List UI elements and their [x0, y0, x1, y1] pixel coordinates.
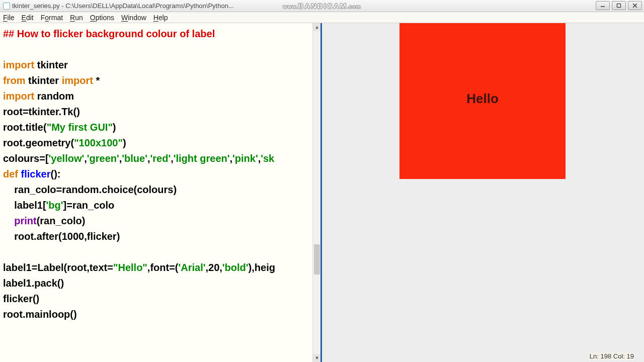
titlebar: tkinter_series.py - C:\Users\DELL\AppDat…	[0, 0, 644, 12]
minimize-icon	[600, 3, 605, 8]
menu-options[interactable]: Options	[90, 14, 114, 22]
menu-help[interactable]: Help	[153, 14, 168, 22]
scroll-thumb[interactable]	[314, 244, 320, 275]
svg-rect-1	[617, 4, 621, 8]
menu-window[interactable]: Window	[121, 14, 146, 22]
maximize-button[interactable]	[612, 1, 626, 10]
tk-label-hello: Hello	[466, 91, 499, 107]
scrollbar[interactable]: ▲ ▼	[312, 23, 320, 362]
menu-edit[interactable]: Edit	[22, 14, 34, 22]
menu-file[interactable]: File	[3, 14, 15, 22]
tk-output-pane: Hello	[322, 23, 644, 362]
bandicam-watermark: www.BANDICAM.com	[283, 2, 361, 10]
menubar: File Edit Format Run Options Window Help	[0, 12, 644, 23]
close-button[interactable]	[628, 1, 642, 10]
scroll-up-icon[interactable]: ▲	[313, 23, 321, 31]
close-icon	[632, 3, 637, 8]
code-area[interactable]: ## How to flicker background colour of l…	[0, 23, 320, 322]
window-controls	[596, 1, 642, 10]
app-icon	[3, 3, 10, 10]
menu-run[interactable]: Run	[70, 14, 83, 22]
window-title: tkinter_series.py - C:\Users\DELL\AppDat…	[12, 2, 234, 10]
tk-root-window[interactable]: Hello	[399, 23, 566, 179]
maximize-icon	[616, 3, 621, 8]
main-area: ## How to flicker background colour of l…	[0, 23, 644, 362]
scroll-down-icon[interactable]: ▼	[313, 354, 321, 362]
menu-format[interactable]: Format	[41, 14, 63, 22]
minimize-button[interactable]	[596, 1, 610, 10]
editor-pane[interactable]: ## How to flicker background colour of l…	[0, 23, 322, 362]
statusbar: Ln: 198 Col: 19	[590, 352, 634, 360]
